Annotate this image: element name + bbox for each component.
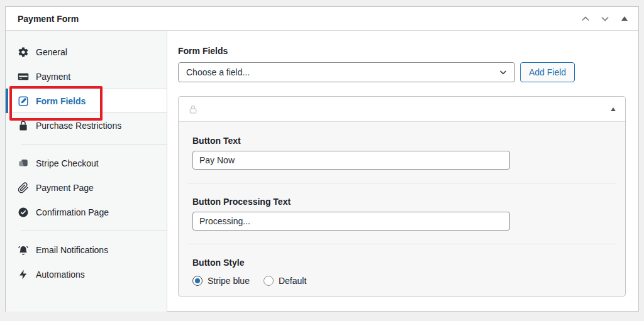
button-processing-text-input[interactable] — [192, 212, 510, 231]
lock-icon — [188, 104, 198, 114]
lock-icon — [18, 120, 29, 131]
button-text-input[interactable] — [192, 151, 510, 170]
radio-stripe-blue[interactable]: Stripe blue — [192, 276, 250, 286]
field-select-value: Choose a field... — [186, 67, 250, 77]
add-field-button[interactable]: Add Field — [520, 62, 575, 82]
edit-icon — [18, 95, 29, 107]
collapse-triangle-icon — [611, 107, 616, 111]
radio-default[interactable]: Default — [264, 276, 306, 286]
sidebar-item-label: Purchase Restrictions — [36, 121, 121, 131]
sidebar-divider — [21, 144, 167, 144]
panel-collapse-button[interactable] — [611, 107, 616, 111]
add-field-row: Choose a field... Add Field — [178, 62, 626, 82]
radio-selected-icon — [192, 276, 203, 286]
button-processing-text-label: Button Processing Text — [192, 197, 611, 207]
radio-unselected-icon — [264, 276, 274, 286]
metabox-header: Payment Form — [6, 7, 638, 31]
section-title: Form Fields — [178, 46, 626, 56]
collapse-triangle-icon — [621, 16, 628, 21]
wp-admin-page: Payment Form General — [0, 0, 644, 321]
check-circle-icon — [18, 207, 29, 218]
sidebar-item-email-notifications[interactable]: Email Notifications — [6, 237, 167, 262]
sidebar-item-label: Payment — [36, 72, 70, 82]
field-panel-header[interactable] — [179, 97, 625, 122]
field-select[interactable]: Choose a field... — [178, 62, 515, 82]
collapse-toggle-button[interactable] — [619, 13, 630, 24]
sidebar-item-purchase-restrictions[interactable]: Purchase Restrictions — [6, 113, 167, 138]
sidebar-item-form-fields[interactable]: Form Fields — [6, 89, 167, 113]
sidebar-item-label: Automations — [36, 269, 85, 280]
radio-label: Default — [279, 276, 306, 286]
paperclip-icon — [18, 182, 29, 193]
sidebar-item-automations[interactable]: Automations — [6, 262, 167, 286]
chevron-up-icon — [580, 14, 591, 24]
button-style-label: Button Style — [192, 258, 611, 268]
metabox-controls — [580, 13, 630, 24]
radio-label: Stripe blue — [208, 276, 250, 286]
section-divider — [187, 244, 616, 244]
settings-sidebar: General Payment Form Fields Purchase Res… — [6, 31, 167, 312]
button-style-radio-group: Stripe blue Default — [192, 276, 611, 286]
section-divider — [187, 183, 616, 183]
stripe-checkout-icon — [18, 158, 29, 169]
move-down-button[interactable] — [599, 13, 611, 24]
chevron-down-icon — [498, 67, 508, 77]
sidebar-item-label: Payment Page — [36, 183, 94, 193]
payment-button-field-panel: Button Text Button Processing Text Butto… — [178, 96, 626, 297]
sidebar-item-payment-page[interactable]: Payment Page — [6, 175, 167, 200]
lightning-icon — [18, 269, 29, 280]
sidebar-item-payment[interactable]: Payment — [6, 64, 167, 89]
sidebar-item-general[interactable]: General — [6, 40, 167, 64]
sidebar-divider — [21, 231, 167, 231]
button-text-label: Button Text — [192, 136, 611, 146]
field-panel-body: Button Text Button Processing Text Butto… — [179, 122, 625, 296]
sidebar-item-stripe-checkout[interactable]: Stripe Checkout — [6, 151, 167, 175]
metabox-body: General Payment Form Fields Purchase Res… — [6, 31, 638, 312]
sidebar-item-label: Form Fields — [36, 96, 86, 106]
sidebar-item-label: General — [36, 47, 67, 57]
sidebar-item-confirmation-page[interactable]: Confirmation Page — [6, 200, 167, 224]
chevron-down-icon — [600, 14, 610, 24]
sidebar-item-label: Confirmation Page — [36, 207, 109, 217]
bell-icon — [18, 244, 29, 256]
payment-form-metabox: Payment Form General — [5, 6, 639, 312]
move-up-button[interactable] — [580, 13, 591, 24]
settings-main-panel: Form Fields Choose a field... Add Field — [167, 31, 638, 312]
credit-card-icon — [18, 71, 29, 82]
metabox-title: Payment Form — [18, 14, 79, 24]
sidebar-item-label: Email Notifications — [36, 245, 108, 255]
sidebar-item-label: Stripe Checkout — [36, 158, 99, 168]
gear-icon — [18, 46, 29, 58]
